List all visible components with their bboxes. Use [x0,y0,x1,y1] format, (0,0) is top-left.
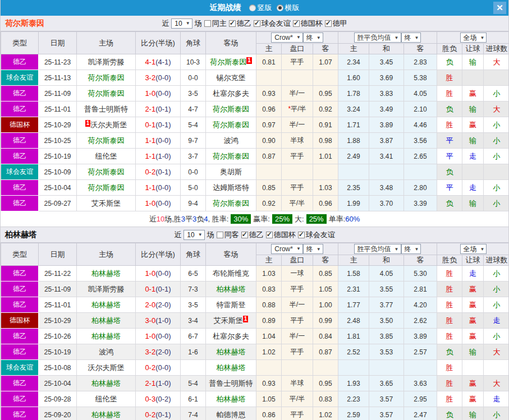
same-side-checkbox[interactable]: 同客 [217,230,239,240]
scope-select[interactable]: 全场▼ [460,33,487,43]
fulltime-score: 0-2 [145,168,155,176]
league-filter-checkbox-label: 德甲 [333,19,347,29]
ah-state-select[interactable]: 终▼ [303,244,323,254]
corner-score: 7-3 [181,281,206,297]
bookmaker-select[interactable]: Crow*▼ [271,244,303,254]
ah-home-odds: 0.89 [256,313,282,329]
match-date: 25-10-08 [39,360,77,376]
scope-select-value: 全场 [462,33,478,43]
league-filter-checkbox-label: 德乙 [249,230,264,240]
ah-line-value: 平手 [291,348,304,356]
result-handicap: 走 [462,180,484,196]
ah-state-select[interactable]: 终▼ [303,33,323,43]
league-badge: 德乙 [1,329,39,344]
league-filter-checkbox[interactable]: 德乙 [241,230,264,240]
odds-column-header: 进球数 [484,44,509,54]
corner-score: 6-1 [181,391,206,407]
league-filter-checkbox[interactable]: 德甲 [325,19,347,29]
europe-odds-select[interactable]: 胜平负均值▼ [354,244,401,254]
home-team: 凯泽斯劳滕 [77,54,136,70]
radio-vertical-layout[interactable]: 竖版 [249,3,272,13]
ah-home-odds: 0.85 [256,180,282,196]
league-badge: 德国杯 [1,313,39,329]
result-outcome: 胜 [437,329,462,344]
fulltime-score: 1-0 [145,332,155,340]
eu-state-select[interactable]: 终▼ [401,33,421,43]
result-goals: 小 [484,297,509,313]
scope-dropdown-group: 全场▼ [437,243,509,255]
odds-column-header: 客 [404,44,437,54]
league-filter-checkbox-label: 德国杯 [274,230,296,240]
corner-score: 4-7 [181,101,206,117]
home-team-name: 波鸿 [99,348,113,356]
same-side-checkbox-label: 同主 [212,19,227,29]
match-date: 25-09-28 [39,391,77,407]
away-team-name: 杜塞尔多夫 [213,89,249,98]
home-team: 纽伦堡 [77,149,136,164]
result-goals: 小 [484,196,509,211]
checkbox-icon [266,232,273,238]
eu-home-odds: 2.48 [338,313,369,329]
column-header: 类型 [1,32,39,54]
checkbox-icon [293,20,300,27]
match-count-select[interactable]: 10▼ [184,230,204,240]
column-header: 类型 [1,243,39,266]
europe-odds-select[interactable]: 胜平负均值▼ [354,33,401,43]
same-side-checkbox[interactable]: 同主 [204,19,227,29]
home-team-name: 沃尔夫斯堡 [90,121,127,129]
match-date: 25-11-09 [39,281,77,297]
away-team: 杜塞尔多夫 [206,86,256,101]
column-header: 主场 [77,243,136,266]
away-team: 柏林赫塔 [206,281,256,297]
halftime-score: (1-0) [155,316,171,325]
matches-label: 场 [195,19,202,29]
ah-away-odds-value: 0.87 [319,348,332,356]
ah-home-odds: 1.05 [256,391,282,407]
result-outcome: 胜 [437,70,462,86]
table-row: 德乙25-10-19纽伦堡1-1(1-0)3-7荷尔斯泰因0.87平手1.012… [1,149,509,164]
match-score: 1-1(0-0) [136,180,181,196]
home-team: 柏林赫塔 [77,313,136,329]
close-icon[interactable]: ✕ [493,2,506,14]
league-filter-checkbox[interactable]: 德乙 [229,19,251,29]
fulltime-score: 0-1 [145,285,155,293]
ah-home-odds-value: 0.90 [262,137,275,145]
league-filter-checkbox[interactable]: 球会友谊 [254,19,291,29]
away-team: 柏林赫塔 [206,391,256,407]
league-badge: 德乙 [1,376,39,391]
corner-score: 1-6 [181,344,206,360]
eu-home-odds: 2.52 [338,344,369,360]
radio-horizontal-layout[interactable]: 横版 [277,3,300,13]
ah-away-odds [313,70,338,86]
eu-draw-odds: 4.05 [369,266,404,281]
ah-home-odds-value: 1.03 [262,270,275,278]
ah-away-odds-value: 1.01 [319,153,332,160]
chevron-down-icon: ▼ [415,35,419,40]
table-row: 德乙25-10-04柏林赫塔2-1(1-0)5-4普鲁士明斯特0.93半球0.9… [1,376,509,391]
match-count-select[interactable]: 10▼ [171,19,192,29]
eu-state-select[interactable]: 终▼ [401,244,421,254]
ah-away-odds: 0.99 [313,313,338,329]
league-filter-checkbox[interactable]: 球会友谊 [298,230,335,240]
result-outcome: 负 [437,164,462,180]
team-name: 柏林赫塔 [5,230,36,240]
eu-draw-odds: 3.50 [369,313,404,329]
league-badge: 球会友谊 [1,164,39,180]
scope-select[interactable]: 全场▼ [460,244,487,254]
table-row: 德乙25-10-25荷尔斯泰因1-1(0-0)9-7波鸿0.90半球0.981.… [1,133,509,149]
home-team-name: 柏林赫塔 [91,316,121,325]
result-goals: 小 [484,329,509,344]
odds-column-header: 盘口 [282,255,313,266]
result-handicap: 走 [462,149,484,164]
league-filter-checkbox[interactable]: 德国杯 [293,19,323,29]
corner-score: 5-4 [181,376,206,391]
league-filter-checkbox[interactable]: 德国杯 [266,230,296,240]
odds-column-header: 和 [369,44,404,54]
summary-rate-badge: 25% [306,214,327,224]
eu-home-odds: 1.81 [338,329,369,344]
bookmaker-select[interactable]: Crow*▼ [271,33,303,43]
bookmaker-select-value: Crow* [273,245,294,253]
odds-column-header: 胜负 [437,255,462,266]
away-team-name: 帕德博恩 [217,410,246,419]
corner-score: 3-5 [181,297,206,313]
